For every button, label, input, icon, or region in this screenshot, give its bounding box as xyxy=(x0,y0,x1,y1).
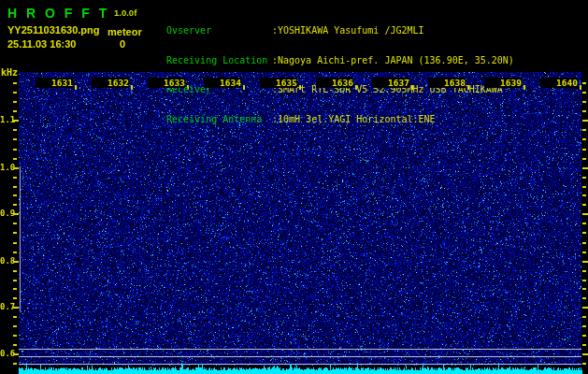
info-label: Receiving Antenna xyxy=(166,115,272,125)
station-info: Ovserver :YOSHIKAWA Yasufumi /JG2MLI Rec… xyxy=(166,7,514,144)
y-tick-label: 0.7 xyxy=(0,302,12,311)
x-tick-label: 1640 xyxy=(540,78,578,88)
x-tick-label: 1635 xyxy=(260,78,297,88)
app-version: 1.0.0f xyxy=(114,7,136,18)
y-tick-label: 1.1 xyxy=(0,115,12,124)
info-value: :Nagoya Aichi-pref. JAPAN (136.90E, 35.2… xyxy=(272,56,514,66)
y-axis-unit-label: kHz xyxy=(1,67,18,78)
capture-filename: YY2511031630.png xyxy=(7,24,99,36)
x-tick-label: 1638 xyxy=(428,78,466,88)
echo-count: 0 xyxy=(120,38,125,50)
y-tick-label: 0.6 xyxy=(0,349,12,358)
x-tick-label: 1633 xyxy=(148,78,185,88)
x-tick-label: 1639 xyxy=(484,78,522,88)
hrofft-screen: H R O F F T 1.0.0f YY2511031630.png mete… xyxy=(0,0,588,374)
x-tick-label: 1634 xyxy=(204,78,241,88)
info-row: Ovserver :YOSHIKAWA Yasufumi /JG2MLI xyxy=(166,26,514,36)
info-value: :10mH 3el.YAGI Horizontal:ENE xyxy=(272,115,436,125)
x-tick-label: 1636 xyxy=(316,78,353,88)
observation-datetime: 25.11.03 16:30 xyxy=(7,38,76,50)
info-label: Receiving Location xyxy=(166,56,272,66)
y-tick-label: 0.8 xyxy=(0,256,12,266)
observation-mode: meteor xyxy=(108,26,142,37)
info-row: Receiving Location :Nagoya Aichi-pref. J… xyxy=(166,56,514,66)
y-tick-label: 1.0 xyxy=(0,163,12,172)
info-row: Receiving Antenna :10mH 3el.YAGI Horizon… xyxy=(166,115,514,125)
x-tick-label: 1637 xyxy=(372,78,409,88)
app-title: H R O F F T xyxy=(7,6,109,21)
x-tick-label: 1632 xyxy=(92,78,129,88)
info-value: :YOSHIKAWA Yasufumi /JG2MLI xyxy=(272,26,424,36)
info-label: Ovserver xyxy=(166,26,272,36)
x-tick-label: 1631 xyxy=(36,78,73,88)
y-tick-label: 0.9 xyxy=(0,209,12,218)
